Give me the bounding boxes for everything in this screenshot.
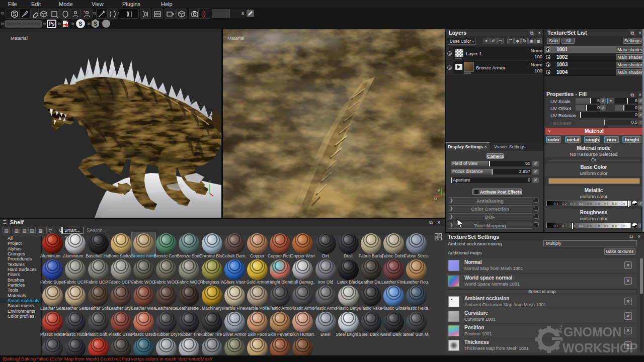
svg-text:V: V	[438, 189, 440, 192]
svg-text:Y: Y	[209, 180, 211, 184]
svg-text:U: U	[434, 197, 437, 201]
svg-text:GNOMON: GNOMON	[564, 325, 621, 339]
svg-text:WORKSHOP: WORKSHOP	[562, 341, 638, 355]
svg-text:THE: THE	[558, 325, 563, 334]
